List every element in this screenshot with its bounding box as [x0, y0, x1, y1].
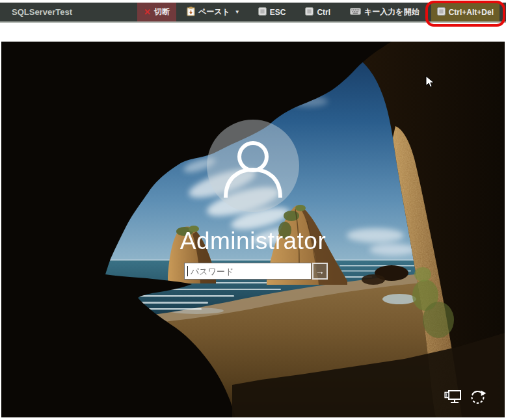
mouse-cursor-icon: [425, 75, 434, 88]
esc-key-button[interactable]: ESC: [252, 3, 293, 21]
paste-dropdown-button[interactable]: ペースト ▼: [180, 3, 246, 21]
keyboard-icon: [350, 8, 361, 17]
ctrl-label: Ctrl: [317, 8, 330, 17]
disconnect-button[interactable]: ✕ 切断: [137, 3, 176, 21]
password-input[interactable]: [184, 263, 312, 280]
lock-screen-corner-icons: [444, 388, 486, 407]
esc-label: ESC: [270, 8, 286, 17]
power-button[interactable]: [470, 388, 486, 407]
start-key-input-button[interactable]: キー入力を開始: [343, 3, 426, 21]
arrow-right-icon: →: [315, 267, 325, 276]
keycap-icon: [258, 7, 267, 18]
password-row: →: [184, 263, 328, 280]
user-avatar: [207, 120, 299, 212]
submit-password-button[interactable]: →: [312, 263, 328, 280]
vm-title: SQLServerTest: [12, 7, 72, 17]
clipboard-paste-icon: [187, 7, 195, 18]
disconnect-label: 切断: [154, 7, 170, 18]
start-key-input-label: キー入力を開始: [364, 7, 419, 18]
paste-label: ペースト: [198, 7, 230, 18]
chevron-down-icon: ▼: [235, 9, 240, 15]
console-toolbar: SQLServerTest ✕ 切断 ペースト ▼ ESC: [0, 3, 506, 23]
text-caret: [187, 266, 188, 276]
remote-console-screen: Administrator →: [1, 42, 505, 417]
power-icon: [470, 388, 486, 405]
ctrl-key-button[interactable]: Ctrl: [299, 3, 337, 21]
x-icon: ✕: [144, 8, 151, 16]
signed-in-username: Administrator: [1, 228, 505, 255]
network-status-button[interactable]: [444, 389, 462, 407]
ctrl-alt-del-button[interactable]: Ctrl+Alt+Del: [431, 3, 499, 21]
user-avatar-icon: [207, 120, 299, 212]
keycap-icon: [305, 7, 313, 18]
network-icon: [444, 389, 462, 405]
ctrl-alt-del-label: Ctrl+Alt+Del: [449, 8, 494, 17]
keycap-icon: [437, 7, 446, 18]
